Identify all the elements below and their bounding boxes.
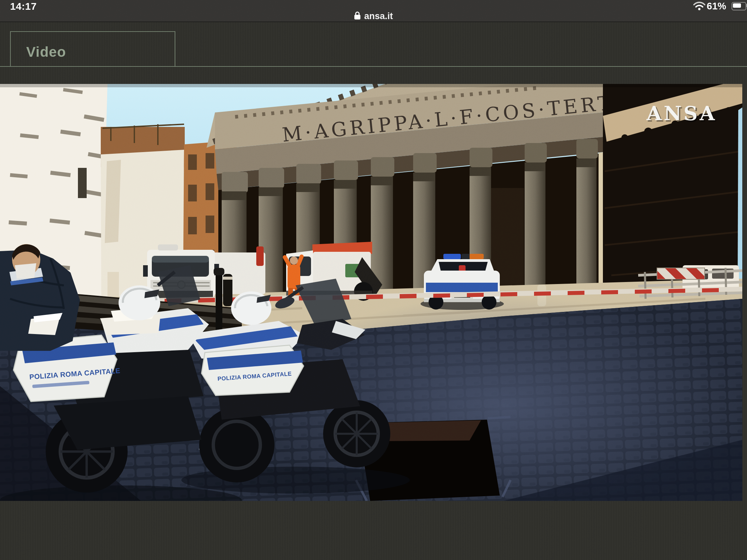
lock-icon: [354, 11, 361, 21]
video-player[interactable]: M·AGRIPPA·L·F·COS·TERTI: [0, 84, 742, 501]
status-bar: 14:17 61%: [0, 0, 747, 10]
video-frame-scene: M·AGRIPPA·L·F·COS·TERTI: [0, 84, 742, 501]
url-domain: ansa.it: [364, 11, 393, 22]
battery-fill: [733, 3, 741, 8]
section-rule: [0, 66, 747, 67]
url-bar[interactable]: ansa.it: [0, 10, 747, 22]
ipad-screen: 14:17 61% ansa.it: [0, 0, 747, 560]
page-background: Video: [0, 22, 747, 560]
frame-edge: [0, 84, 742, 87]
red-post: [256, 246, 264, 266]
page-lower-area: [0, 501, 747, 560]
tab-video[interactable]: Video: [10, 31, 175, 66]
page-title: Video: [26, 44, 66, 60]
battery-icon: [731, 2, 746, 10]
ansa-watermark: ANSA: [646, 102, 717, 125]
